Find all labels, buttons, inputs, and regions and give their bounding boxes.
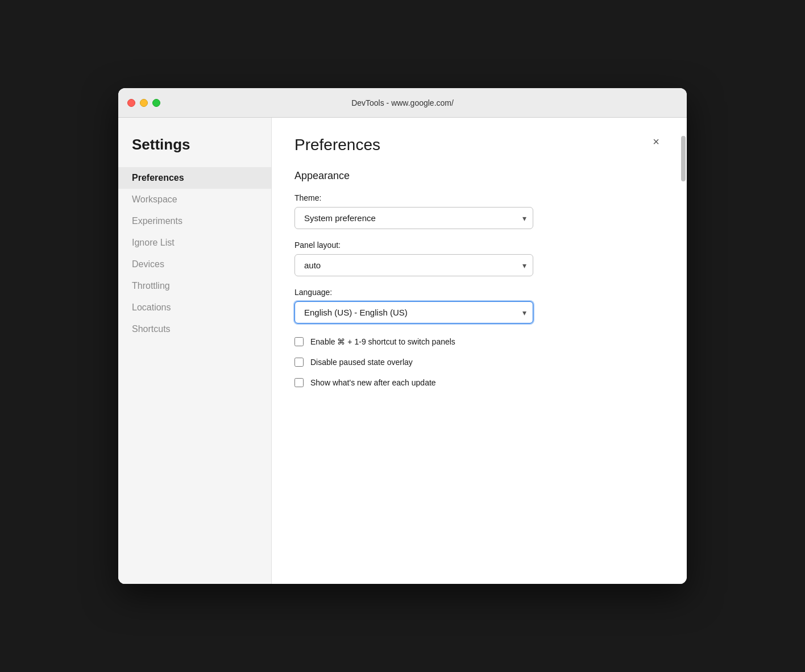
disable-paused-label: Disable paused state overlay	[310, 358, 413, 367]
settings-content: Settings Preferences Workspace Experimen…	[118, 118, 687, 584]
cmd-shortcut-checkbox-item[interactable]: Enable ⌘ + 1-9 shortcut to switch panels	[294, 337, 664, 346]
checkbox-group: Enable ⌘ + 1-9 shortcut to switch panels…	[294, 337, 664, 387]
sidebar-item-throttling[interactable]: Throttling	[118, 275, 271, 297]
main-header: Preferences ×	[294, 136, 664, 154]
maximize-window-button[interactable]	[152, 99, 160, 107]
cmd-shortcut-checkbox[interactable]	[294, 337, 304, 346]
theme-select-wrapper: System preference Light Dark ▾	[294, 207, 533, 229]
theme-label: Theme:	[294, 193, 664, 202]
minimize-window-button[interactable]	[140, 99, 148, 107]
sidebar-item-preferences[interactable]: Preferences	[118, 167, 271, 189]
close-window-button[interactable]	[127, 99, 135, 107]
close-settings-button[interactable]: ×	[648, 134, 664, 150]
window-title: DevTools - www.google.com/	[351, 98, 454, 107]
sidebar: Settings Preferences Workspace Experimen…	[118, 118, 272, 584]
traffic-lights	[127, 99, 160, 107]
cmd-shortcut-label: Enable ⌘ + 1-9 shortcut to switch panels	[310, 337, 455, 346]
scrollbar-thumb[interactable]	[681, 136, 686, 181]
devtools-window: DevTools - www.google.com/ Settings Pref…	[118, 88, 687, 584]
page-title: Preferences	[294, 136, 380, 154]
scrollbar[interactable]	[680, 118, 687, 584]
sidebar-item-locations[interactable]: Locations	[118, 297, 271, 318]
show-new-label: Show what's new after each update	[310, 378, 436, 387]
sidebar-item-workspace[interactable]: Workspace	[118, 189, 271, 210]
language-select[interactable]: English (US) - English (US) Deutsch Espa…	[294, 301, 533, 323]
disable-paused-checkbox-item[interactable]: Disable paused state overlay	[294, 358, 664, 367]
theme-field-group: Theme: System preference Light Dark ▾	[294, 193, 664, 229]
theme-select[interactable]: System preference Light Dark	[294, 207, 533, 229]
language-select-wrapper: English (US) - English (US) Deutsch Espa…	[294, 301, 533, 323]
sidebar-item-devices[interactable]: Devices	[118, 254, 271, 275]
panel-layout-label: Panel layout:	[294, 240, 664, 250]
language-field-group: Language: English (US) - English (US) De…	[294, 288, 664, 323]
panel-layout-select[interactable]: auto horizontal vertical	[294, 254, 533, 276]
panel-layout-select-wrapper: auto horizontal vertical ▾	[294, 254, 533, 276]
sidebar-item-shortcuts[interactable]: Shortcuts	[118, 318, 271, 340]
sidebar-heading: Settings	[118, 136, 271, 167]
show-new-checkbox-item[interactable]: Show what's new after each update	[294, 378, 664, 387]
disable-paused-checkbox[interactable]	[294, 358, 304, 367]
appearance-section-title: Appearance	[294, 170, 664, 182]
language-label: Language:	[294, 288, 664, 297]
main-panel: Preferences × Appearance Theme: System p…	[272, 118, 687, 584]
sidebar-item-ignore-list[interactable]: Ignore List	[118, 232, 271, 254]
sidebar-item-experiments[interactable]: Experiments	[118, 210, 271, 232]
panel-layout-field-group: Panel layout: auto horizontal vertical ▾	[294, 240, 664, 276]
titlebar: DevTools - www.google.com/	[118, 88, 687, 118]
show-new-checkbox[interactable]	[294, 378, 304, 387]
